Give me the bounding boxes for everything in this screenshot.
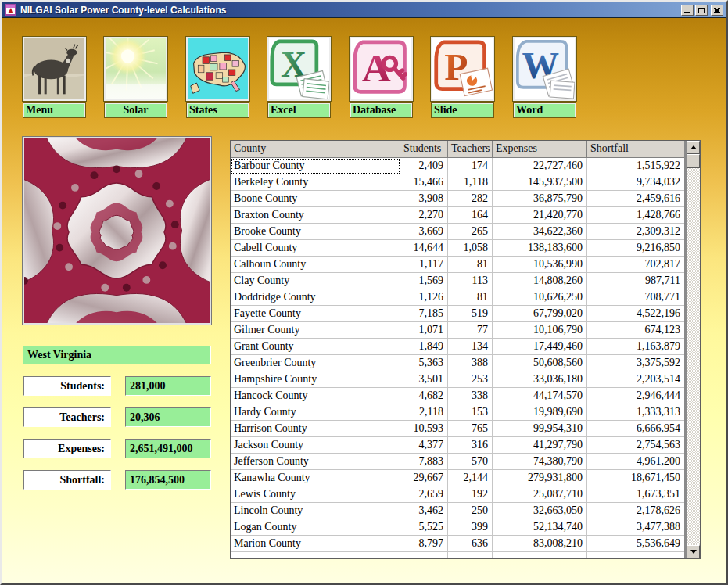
county-cell[interactable]: Boone County	[231, 191, 400, 207]
value-cell[interactable]: 17,449,460	[493, 339, 587, 355]
table-row[interactable]: Doddridge County1,1268110,626,250708,771	[231, 289, 684, 306]
value-cell[interactable]: 279,931,800	[493, 470, 587, 486]
county-cell[interactable]: Barbour County	[231, 158, 400, 174]
value-cell[interactable]: 2,309,312	[587, 224, 684, 240]
table-row[interactable]: Fayette County7,18551967,799,0204,522,19…	[231, 306, 684, 322]
value-cell[interactable]: 3,375,592	[587, 355, 684, 371]
value-cell[interactable]: 134	[448, 339, 493, 355]
county-cell[interactable]: Marion County	[231, 536, 400, 552]
value-cell[interactable]: 2,409	[400, 158, 448, 174]
word-button[interactable]: W Word	[513, 37, 576, 118]
table-row[interactable]: Jefferson County7,88357074,380,7904,961,…	[231, 454, 684, 470]
value-cell[interactable]: 10,626,250	[493, 289, 587, 306]
value-cell[interactable]: 2,270	[400, 207, 448, 224]
value-cell[interactable]: 81	[448, 289, 493, 306]
value-cell[interactable]: 5,525	[400, 519, 448, 536]
excel-button[interactable]: X Excel	[267, 37, 331, 118]
table-row[interactable]: Lewis County2,65919225,087,7101,673,351	[231, 486, 684, 503]
solar-button[interactable]: Solar	[104, 37, 167, 118]
value-cell[interactable]: 52,134,740	[493, 519, 587, 536]
value-cell[interactable]: 32,663,050	[493, 503, 587, 519]
scrollbar-thumb[interactable]	[687, 154, 700, 168]
county-cell[interactable]: Hardy County	[231, 404, 400, 421]
value-cell[interactable]: 2,754,563	[587, 437, 684, 454]
value-cell[interactable]: 519	[448, 306, 493, 322]
value-cell[interactable]: 83,008,210	[493, 536, 587, 552]
value-cell[interactable]: 2,178,626	[587, 503, 684, 519]
table-row[interactable]: Hardy County2,11815319,989,6901,333,313	[231, 404, 684, 421]
value-cell[interactable]: 636	[448, 536, 493, 552]
close-button[interactable]	[711, 5, 723, 16]
value-cell[interactable]: 2,946,444	[587, 388, 684, 404]
value-cell[interactable]: 5,536,649	[587, 536, 684, 552]
county-cell[interactable]: Hampshire County	[231, 371, 400, 388]
county-cell[interactable]: Berkeley County	[231, 174, 400, 191]
table-row[interactable]: Gilmer County1,0717710,106,790674,123	[231, 322, 684, 339]
value-cell[interactable]: 570	[448, 454, 493, 470]
value-cell[interactable]: 7,883	[400, 454, 448, 470]
table-row[interactable]: Hampshire County3,50125333,036,1802,203,…	[231, 371, 684, 388]
county-cell[interactable]: Jefferson County	[231, 454, 400, 470]
county-cell[interactable]: Gilmer County	[231, 322, 400, 339]
scrollbar-track[interactable]	[687, 168, 700, 545]
county-cell[interactable]: Grant County	[231, 339, 400, 355]
value-cell[interactable]: 1,117	[400, 257, 448, 273]
county-cell[interactable]: Hancock County	[231, 388, 400, 404]
value-cell[interactable]: 9,216,850	[587, 240, 684, 257]
county-cell[interactable]: Cabell County	[231, 240, 400, 257]
county-cell[interactable]: Clay County	[231, 273, 400, 289]
database-button[interactable]: A Database	[350, 37, 413, 118]
value-cell[interactable]: 253	[448, 371, 493, 388]
value-cell[interactable]: 4,682	[400, 388, 448, 404]
table-row[interactable]: Clay County1,56911314,808,260987,711	[231, 273, 684, 289]
value-cell[interactable]: 192	[448, 486, 493, 503]
value-cell[interactable]: 19,989,690	[493, 404, 587, 421]
county-cell[interactable]: Braxton County	[231, 207, 400, 224]
value-cell[interactable]: 316	[448, 437, 493, 454]
table-row[interactable]: Calhoun County1,1178110,536,990702,817	[231, 257, 684, 273]
value-cell[interactable]: 5,363	[400, 355, 448, 371]
county-cell[interactable]: Harrison County	[231, 421, 400, 437]
value-cell[interactable]: 7,185	[400, 306, 448, 322]
value-cell[interactable]: 6,666,954	[587, 421, 684, 437]
vertical-scrollbar[interactable]	[687, 141, 700, 558]
slide-button[interactable]: P Slide	[431, 37, 494, 118]
value-cell[interactable]: 1,849	[400, 339, 448, 355]
value-cell[interactable]: 77	[448, 322, 493, 339]
value-cell[interactable]: 22,727,460	[493, 158, 587, 174]
value-cell[interactable]: 50,608,560	[493, 355, 587, 371]
value-cell[interactable]: 1,673,351	[587, 486, 684, 503]
table-row[interactable]: Greenbrier County5,36338850,608,5603,375…	[231, 355, 684, 371]
value-cell[interactable]: 3,669	[400, 224, 448, 240]
value-cell[interactable]: 4,522,196	[587, 306, 684, 322]
value-cell[interactable]: 282	[448, 191, 493, 207]
value-cell[interactable]: 2,203,514	[587, 371, 684, 388]
title-bar[interactable]: NILGAI Solar Power County-level Calculat…	[2, 2, 726, 18]
value-cell[interactable]: 3,908	[400, 191, 448, 207]
value-cell[interactable]: 10,593	[400, 421, 448, 437]
value-cell[interactable]: 81	[448, 257, 493, 273]
value-cell[interactable]: 2,459,616	[587, 191, 684, 207]
states-button[interactable]: States	[186, 37, 249, 118]
value-cell[interactable]: 674,123	[587, 322, 684, 339]
value-cell[interactable]: 74,380,790	[493, 454, 587, 470]
value-cell[interactable]: 113	[448, 273, 493, 289]
value-cell[interactable]: 44,174,570	[493, 388, 587, 404]
value-cell[interactable]: 145,937,500	[493, 174, 587, 191]
table-row[interactable]: Harrison County10,59376599,954,3106,666,…	[231, 421, 684, 437]
table-row[interactable]: Cabell County14,6441,058138,183,6009,216…	[231, 240, 684, 257]
value-cell[interactable]: 250	[448, 503, 493, 519]
value-cell[interactable]: 29,667	[400, 470, 448, 486]
value-cell[interactable]: 1,126	[400, 289, 448, 306]
value-cell[interactable]: 987,711	[587, 273, 684, 289]
value-cell[interactable]: 4,377	[400, 437, 448, 454]
value-cell[interactable]: 3,477,388	[587, 519, 684, 536]
value-cell[interactable]: 15,466	[400, 174, 448, 191]
value-cell[interactable]: 18,671,450	[587, 470, 684, 486]
value-cell[interactable]: 34,622,360	[493, 224, 587, 240]
table-row[interactable]: Grant County1,84913417,449,4601,163,879	[231, 339, 684, 355]
county-cell[interactable]: Greenbrier County	[231, 355, 400, 371]
value-cell[interactable]: 1,333,313	[587, 404, 684, 421]
value-cell[interactable]: 14,808,260	[493, 273, 587, 289]
value-cell[interactable]: 3,462	[400, 503, 448, 519]
